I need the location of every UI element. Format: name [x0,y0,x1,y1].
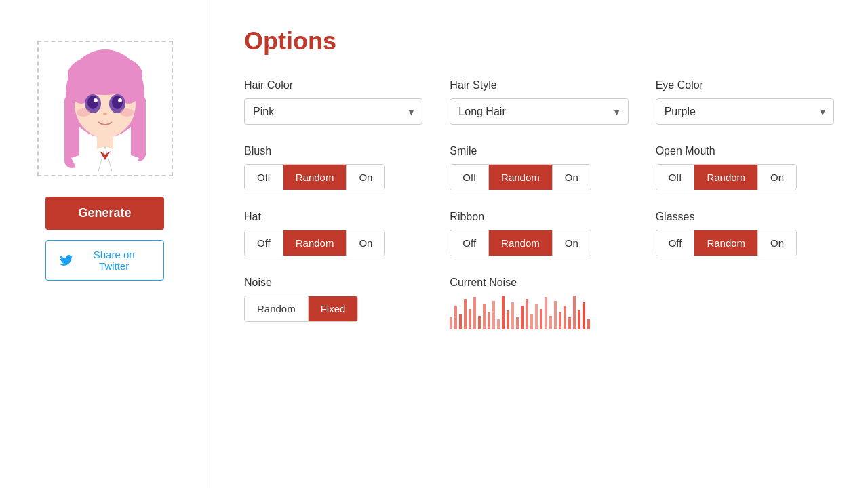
svg-point-14 [120,108,134,117]
noise-bar [454,306,457,329]
noise-bar [459,314,462,329]
glasses-random-btn[interactable]: Random [694,230,758,256]
svg-point-10 [112,96,123,109]
noise-bar [559,312,561,329]
ribbon-random-btn[interactable]: Random [489,230,553,256]
blush-random-btn[interactable]: Random [283,165,347,190]
eye-color-select[interactable]: Purple Blue Green Brown Red Pink [656,98,834,125]
noise-bar [502,296,505,329]
noise-bar [573,296,576,329]
glasses-on-btn[interactable]: On [758,230,796,256]
twitter-label: Share on Twitter [78,249,150,272]
avatar [44,46,166,171]
noise-bar [464,299,467,329]
noise-bar [473,297,476,329]
hair-style-select[interactable]: Long Hair Short Hair Twin Tails Ponytail [450,98,628,125]
noise-fixed-btn[interactable]: Fixed [309,296,358,321]
current-noise-group: Current Noise [450,277,834,329]
hat-random-btn[interactable]: Random [283,230,347,256]
smile-toggle: Off Random On [450,164,591,190]
generate-button[interactable]: Generate [45,197,164,230]
hair-style-group: Hair Style Long Hair Short Hair Twin Tai… [450,79,628,125]
hair-style-label: Hair Style [450,79,628,92]
hat-group: Hat Off Random On [244,211,422,256]
noise-random-btn[interactable]: Random [245,296,309,321]
noise-bar [516,317,519,329]
blush-on-btn[interactable]: On [347,165,384,190]
noise-bar [511,302,514,329]
main-content: Options Hair Color Pink Blonde Brown Bla… [210,0,868,488]
open-mouth-group: Open Mouth Off Random On [656,145,834,190]
smile-on-btn[interactable]: On [553,165,591,190]
twitter-icon [60,253,73,267]
svg-point-15 [103,113,107,115]
glasses-off-btn[interactable]: Off [656,230,695,256]
svg-point-9 [87,96,98,109]
svg-point-11 [94,98,98,102]
glasses-group: Glasses Off Random On [656,211,834,256]
noise-bar [583,302,585,329]
noise-bar [469,309,471,329]
noise-bar [554,301,557,329]
eye-color-group: Eye Color Purple Blue Green Brown Red Pi… [656,79,834,125]
ribbon-label: Ribbon [450,211,628,223]
noise-bar [540,309,542,329]
svg-point-12 [118,98,122,102]
noise-bar [492,301,495,329]
hat-on-btn[interactable]: On [347,230,384,256]
smile-off-btn[interactable]: Off [450,165,489,190]
noise-toggle: Random Fixed [244,296,358,322]
eye-color-dropdown-wrapper: Purple Blue Green Brown Red Pink ▼ [656,98,834,125]
noise-bar [568,317,571,329]
ribbon-toggle: Off Random On [450,230,591,256]
glasses-toggle: Off Random On [656,230,797,256]
open-mouth-off-btn[interactable]: Off [656,165,695,190]
noise-bar [578,310,580,329]
hat-off-btn[interactable]: Off [245,230,283,256]
noise-visualization [450,296,834,329]
hair-color-select[interactable]: Pink Blonde Brown Black Blue Red White [244,98,422,125]
smile-random-btn[interactable]: Random [489,165,553,190]
blush-off-btn[interactable]: Off [245,165,283,190]
noise-bar [526,299,528,329]
ribbon-group: Ribbon Off Random On [450,211,628,256]
open-mouth-random-btn[interactable]: Random [694,165,758,190]
noise-bar [549,316,552,329]
noise-label: Noise [244,277,422,289]
current-noise-label: Current Noise [450,277,834,289]
open-mouth-on-btn[interactable]: On [758,165,796,190]
smile-group: Smile Off Random On [450,145,628,190]
noise-bar [478,316,481,329]
noise-bar [530,314,533,329]
twitter-share-button[interactable]: Share on Twitter [45,240,164,281]
hair-color-label: Hair Color [244,79,422,92]
blush-label: Blush [244,145,422,157]
noise-bar [507,310,509,329]
noise-group: Noise Random Fixed [244,277,422,329]
noise-bar [497,319,500,329]
eye-color-label: Eye Color [656,79,834,92]
sidebar: Generate Share on Twitter [0,0,210,488]
options-grid: Hair Color Pink Blonde Brown Black Blue … [244,79,834,329]
noise-bar [545,297,547,329]
open-mouth-label: Open Mouth [656,145,834,157]
ribbon-on-btn[interactable]: On [553,230,591,256]
noise-bar [450,317,452,329]
hair-color-dropdown-wrapper: Pink Blonde Brown Black Blue Red White ▼ [244,98,422,125]
noise-bar [587,319,590,329]
noise-bar [483,304,486,329]
hair-style-dropdown-wrapper: Long Hair Short Hair Twin Tails Ponytail… [450,98,628,125]
noise-bar [488,312,490,329]
glasses-label: Glasses [656,211,834,223]
hair-color-group: Hair Color Pink Blonde Brown Black Blue … [244,79,422,125]
smile-label: Smile [450,145,628,157]
noise-bar [535,304,538,329]
blush-group: Blush Off Random On [244,145,422,190]
ribbon-off-btn[interactable]: Off [450,230,489,256]
hat-label: Hat [244,211,422,223]
page-title: Options [244,27,834,56]
svg-point-13 [77,108,90,117]
noise-bar [564,306,566,329]
blush-toggle: Off Random On [244,164,385,190]
open-mouth-toggle: Off Random On [656,164,797,190]
